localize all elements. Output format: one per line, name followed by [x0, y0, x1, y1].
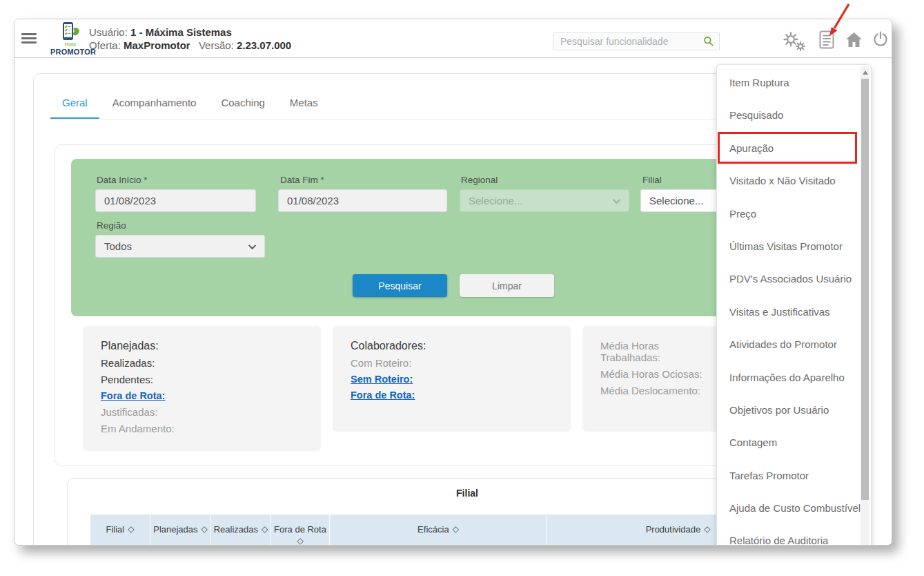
version-label: Versão: [199, 39, 234, 51]
stat-fora-de-rota-link[interactable]: Fora de Rota: [101, 390, 314, 401]
maxpromotor-logo-icon [58, 22, 83, 41]
menu-item-pdvs-associados-usuario[interactable]: PDV's Associados Usuário [717, 262, 871, 295]
search-icon[interactable] [703, 36, 714, 47]
pesquisar-button[interactable]: Pesquisar [353, 274, 447, 297]
stat-com-roteiro: Com Roteiro: [351, 357, 564, 369]
chevron-down-icon [248, 241, 256, 249]
menu-item-tarefas-promotor[interactable]: Tarefas Promotor [717, 459, 871, 492]
app-window: max PROMOTOR Usuário: 1 - Máxima Sistema… [14, 19, 892, 546]
user-info: Usuário: 1 - Máxima Sistemas Oferta: Max… [89, 26, 291, 52]
stat-media-deslocamento: Média Deslocamento: [600, 385, 712, 396]
app-logo: max PROMOTOR [50, 22, 90, 56]
tab-acompanhamento[interactable]: Acompanhamento [112, 97, 197, 119]
stat-realizadas: Realizadas: [101, 357, 314, 369]
menu-item-relatorio-de-auditoria[interactable]: Relatório de Auditoria [717, 524, 871, 546]
stat-justificadas: Justificadas: [101, 406, 314, 418]
sort-icon[interactable]: ◇ [262, 524, 268, 535]
data-inicio-input[interactable] [95, 189, 256, 212]
sort-icon[interactable]: ◇ [128, 524, 134, 535]
limpar-button[interactable]: Limpar [460, 274, 554, 297]
data-inicio-label: Data Início * [97, 175, 148, 185]
column-header-filial[interactable]: Filial◇ [90, 515, 150, 546]
menu-item-preco[interactable]: Preço [717, 198, 871, 230]
filial-value: Selecione... [649, 195, 703, 207]
tab-coaching[interactable]: Coaching [221, 97, 264, 119]
power-logout-icon[interactable] [872, 31, 889, 48]
hamburger-menu-icon[interactable] [21, 33, 37, 44]
data-fim-input[interactable] [278, 189, 447, 212]
stat-pendentes: Pendentes: [101, 374, 314, 385]
tab-metas[interactable]: Metas [290, 97, 318, 119]
filial-label: Filial [642, 175, 662, 185]
top-header: max PROMOTOR Usuário: 1 - Máxima Sistema… [14, 19, 892, 58]
tab-bar: Geral Acompanhamento Coaching Metas [62, 97, 318, 119]
sort-icon[interactable]: ◇ [297, 535, 303, 546]
version-value: 2.23.07.000 [237, 39, 291, 51]
menu-scrollbar-track[interactable] [861, 66, 869, 546]
stat-colaboradores: Colaboradores: [351, 340, 564, 352]
collaborators-panel: Colaboradores: Com Roteiro: Sem Roteiro:… [333, 326, 571, 432]
offer-label: Oferta: [89, 39, 121, 51]
data-fim-label: Data Fim * [280, 175, 324, 185]
user-label: Usuário: [89, 26, 128, 38]
menu-item-contagem[interactable]: Contagem [717, 426, 871, 459]
functionality-search [553, 32, 720, 50]
column-header-planejadas[interactable]: Planejadas◇ [150, 515, 211, 546]
settings-gears-icon[interactable] [782, 31, 807, 52]
sort-icon[interactable]: ◇ [704, 524, 710, 535]
regional-select[interactable]: Selecione... [460, 189, 629, 212]
visits-summary-panel: Planejadas: Realizadas: Pendentes: Fora … [83, 326, 321, 451]
logo-text-max: max [50, 41, 90, 48]
menu-item-item-ruptura[interactable]: Item Ruptura [717, 66, 871, 99]
annotation-highlight-box [718, 132, 857, 164]
logo-text-promotor: PROMOTOR [50, 48, 90, 56]
column-header-realizadas[interactable]: Realizadas◇ [211, 515, 271, 546]
scroll-up-arrow-icon[interactable] [863, 70, 868, 75]
stat-sem-roteiro-link[interactable]: Sem Roteiro: [351, 374, 564, 385]
column-header-fora-de-rota[interactable]: Fora de Rota◇ [271, 515, 330, 546]
tab-geral[interactable]: Geral [62, 97, 88, 119]
sort-icon[interactable]: ◇ [453, 524, 459, 535]
stat-em-andamento: Em Andamento: [101, 423, 314, 434]
menu-item-ajuda-de-custo-combustivel[interactable]: Ajuda de Custo Combustível [717, 492, 871, 524]
user-value: 1 - Máxima Sistemas [130, 26, 232, 38]
menu-item-ultimas-visitas-promotor[interactable]: Últimas Visitas Promotor [717, 230, 871, 262]
table-header-row: Filial◇ Planejadas◇ Realizadas◇ Fora de … [90, 515, 809, 546]
annotation-arrow [823, 1, 860, 41]
menu-item-objetivos-por-usuario[interactable]: Objetivos por Usuário [717, 394, 871, 426]
regional-label: Regional [461, 175, 498, 185]
regiao-select[interactable]: Todos [95, 235, 265, 258]
menu-item-atividades-do-promotor[interactable]: Atividades do Promotor [717, 328, 871, 361]
stat-planejadas: Planejadas: [101, 340, 314, 352]
stat-fora-de-rota-link[interactable]: Fora de Rota: [351, 390, 564, 401]
chevron-down-icon [613, 195, 620, 203]
menu-item-pesquisado[interactable]: Pesquisado [717, 99, 871, 131]
averages-panel: Média Horas Trabalhadas: Média Horas Oci… [582, 326, 725, 432]
stat-media-horas-trabalhadas: Média Horas Trabalhadas: [600, 340, 712, 363]
menu-scrollbar-thumb[interactable] [861, 79, 869, 500]
column-header-eficacia[interactable]: Eficácia◇ [330, 515, 547, 546]
regional-value: Selecione... [469, 195, 522, 207]
menu-item-visitas-e-justificativas[interactable]: Visitas e Justificativas [717, 296, 871, 328]
menu-item-visitado-x-nao-visitado[interactable]: Visitado x Não Visitado [717, 164, 871, 197]
sort-icon[interactable]: ◇ [201, 524, 208, 535]
search-input[interactable] [553, 36, 703, 47]
menu-item-informacoes-do-aparelho[interactable]: Informações do Aparelho [717, 361, 871, 394]
offer-value: MaxPromotor [124, 39, 190, 51]
stat-media-horas-ociosas: Média Horas Ociosas: [600, 368, 712, 380]
regiao-label: Região [97, 220, 126, 231]
regiao-value: Todos [104, 240, 132, 252]
